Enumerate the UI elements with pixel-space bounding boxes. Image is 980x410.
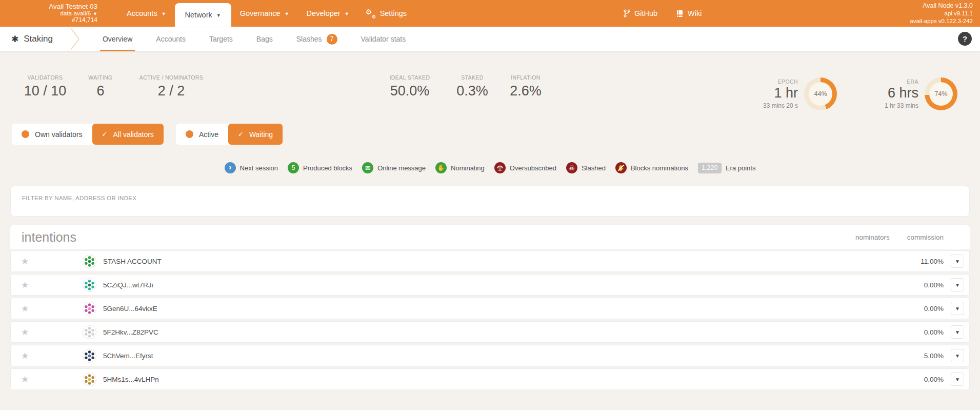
stat-waiting: WAITING6	[77, 74, 124, 99]
identicon[interactable]	[83, 373, 96, 386]
identicon[interactable]	[83, 302, 96, 316]
row-expand-button[interactable]: ▼	[951, 325, 964, 339]
identicon[interactable]	[83, 349, 96, 363]
column-commission: commission	[907, 233, 944, 241]
online-message-icon: ✉	[362, 162, 373, 173]
github-link[interactable]: GitHub	[624, 9, 657, 17]
stat-staked: STAKED0.3%	[443, 74, 502, 99]
chain-selector[interactable]: Avail Testnet 03 data-avail/6▼ #714,714	[30, 3, 97, 24]
epoch-remaining: 33 mins 20 s	[763, 102, 798, 109]
validator-address: 5F2Hkv...Z82PVC	[103, 328, 158, 336]
stat-value: 2 / 2	[128, 83, 214, 99]
era-progress-ring: 74%	[925, 77, 957, 110]
legend-nominating: ✋Nominating	[435, 162, 485, 173]
tab-label: Validator stats	[361, 35, 406, 43]
tab-label: Overview	[103, 35, 132, 43]
table-header: intentions nominators commission	[10, 225, 970, 249]
validator-address: 5HMs1s...4vLHPn	[103, 376, 159, 383]
next-session-icon: ›	[225, 162, 236, 173]
row-expand-button[interactable]: ▼	[951, 255, 964, 268]
legend-label: Produced blocks	[303, 164, 352, 172]
legend-oversubscribed: Oversubscribed	[494, 162, 556, 173]
favorite-star-icon[interactable]: ★	[11, 257, 35, 266]
help-button[interactable]: ?	[958, 32, 972, 46]
stat-value: 50.0%	[379, 83, 440, 99]
gear-icon: ⚙⚙	[367, 9, 376, 17]
staking-summary: VALIDATORS10 / 10WAITING6ACTIVE / NOMINA…	[0, 74, 980, 122]
legend-next-session: ›Next session	[225, 162, 278, 173]
wiki-link[interactable]: Wiki	[676, 9, 702, 17]
app-tab-bar: ✱ Staking OverviewAccountsTargetsBagsSla…	[0, 27, 980, 51]
tab-accounts[interactable]: Accounts	[144, 27, 197, 51]
legend-label: Online message	[377, 164, 426, 172]
legend-label: Era points	[726, 164, 756, 172]
toggle-group-1: Own validators✓All validators	[12, 124, 164, 145]
menu-developer[interactable]: Developer▼	[298, 0, 358, 27]
menu-accounts[interactable]: Accounts▼	[118, 0, 175, 27]
legend-online-message: ✉Online message	[362, 162, 426, 173]
stat-active-nominators: ACTIVE / NOMINATORS2 / 2	[128, 74, 214, 99]
toggle-waiting[interactable]: ✓Waiting	[228, 124, 283, 145]
era-label: ERA	[885, 79, 918, 85]
tab-bags[interactable]: Bags	[245, 27, 285, 51]
tab-slashes[interactable]: Slashes7	[285, 27, 349, 51]
tab-validator-stats[interactable]: Validator stats	[349, 27, 418, 51]
row-expand-button[interactable]: ▼	[951, 302, 964, 315]
toggle-own-validators[interactable]: Own validators	[12, 124, 92, 145]
toggle-all-validators[interactable]: ✓All validators	[92, 124, 164, 145]
slashes-count-badge: 7	[327, 34, 337, 45]
commission-value: 0.00%	[903, 305, 944, 313]
identicon[interactable]	[83, 278, 96, 292]
table-row: ★5ChVem...Efyrst5.00%▼	[10, 345, 970, 366]
tab-label: Bags	[256, 35, 273, 43]
tab-targets[interactable]: Targets	[197, 27, 245, 51]
validator-address: 5ChVem...Efyrst	[103, 352, 153, 360]
era-text: ERA 6 hrs 1 hr 33 mins	[885, 79, 918, 109]
menu-network[interactable]: Network▼	[175, 3, 231, 27]
github-fork-icon	[624, 9, 630, 17]
menu-governance[interactable]: Governance▼	[231, 0, 298, 27]
commission-value: 11.00%	[903, 258, 944, 265]
favorite-star-icon[interactable]: ★	[11, 281, 35, 289]
chevron-down-icon: ▼	[345, 11, 349, 16]
commission-value: 5.00%	[903, 352, 944, 360]
toggle-label: Active	[199, 130, 218, 139]
row-expand-button[interactable]: ▼	[951, 349, 964, 362]
tab-label: Targets	[209, 35, 233, 43]
commission-value: 0.00%	[903, 376, 944, 383]
stat-label: ACTIVE / NOMINATORS	[128, 74, 214, 81]
favorite-star-icon[interactable]: ★	[11, 304, 35, 313]
chain-name: Avail Testnet 03	[30, 3, 97, 10]
radio-dot-icon	[22, 130, 29, 138]
tab-overview[interactable]: Overview	[91, 27, 144, 51]
legend-blocks-nominations: ✋Blocks nominations	[615, 162, 688, 173]
identicon[interactable]	[83, 325, 96, 339]
epoch-value: 1 hr	[763, 86, 798, 100]
era-value: 6 hrs	[885, 86, 918, 100]
version-info: Avail Node v1.3.0 api v9.11.1 avail-apps…	[910, 2, 973, 25]
filter-input[interactable]	[22, 195, 958, 201]
identicon[interactable]	[83, 255, 96, 268]
book-icon	[676, 10, 684, 17]
era-remaining: 1 hr 33 mins	[885, 102, 918, 109]
radio-dot-icon	[186, 130, 193, 138]
favorite-star-icon[interactable]: ★	[11, 328, 35, 337]
stat-value: 2.6%	[496, 83, 555, 99]
produced-blocks-icon: 5	[288, 162, 299, 173]
nominating-icon: ✋	[435, 162, 447, 173]
legend-slashed: ☠Slashed	[566, 162, 606, 173]
epoch-percent: 44%	[814, 90, 827, 97]
toggle-active[interactable]: Active	[176, 124, 228, 145]
stat-label: IDEAL STAKED	[379, 74, 440, 81]
menu-settings[interactable]: ⚙⚙ Settings	[358, 0, 415, 27]
top-menus: Accounts▼ Network▼ Governance▼ Developer…	[118, 0, 415, 27]
oversubscribed-icon	[494, 162, 506, 173]
row-expand-button[interactable]: ▼	[951, 278, 964, 291]
column-nominators: nominators	[855, 233, 890, 241]
epoch-label: EPOCH	[763, 79, 798, 85]
row-expand-button[interactable]: ▼	[951, 373, 964, 386]
stat-value: 10 / 10	[14, 83, 76, 99]
favorite-star-icon[interactable]: ★	[11, 352, 35, 360]
legend-era-points: 1,220Era points	[698, 163, 756, 173]
favorite-star-icon[interactable]: ★	[11, 375, 35, 384]
